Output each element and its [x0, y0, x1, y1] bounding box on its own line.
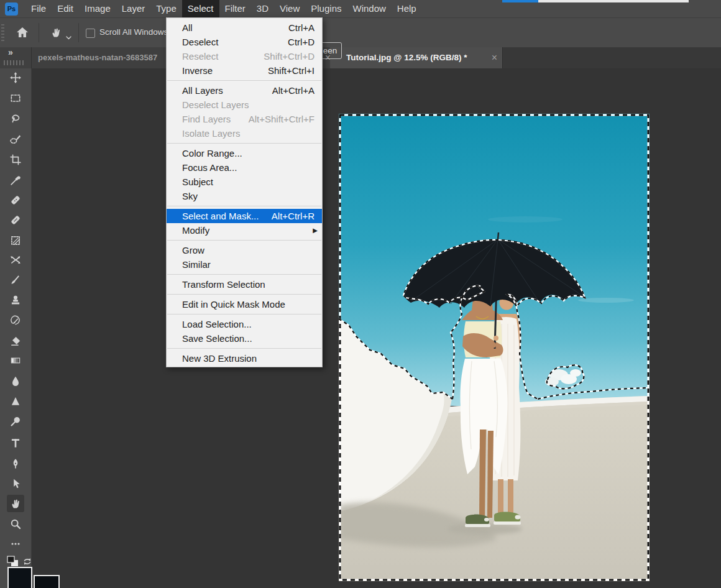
scroll-all-windows-checkbox[interactable] — [86, 29, 95, 38]
panel-grip[interactable] — [4, 60, 25, 65]
menu-plugins[interactable]: Plugins — [305, 0, 347, 17]
tools-panel — [0, 68, 32, 588]
menu-item-sky[interactable]: Sky — [167, 189, 322, 203]
dodge-tool[interactable] — [7, 413, 24, 430]
tab-tutorial-document[interactable]: Tutorial.jpg @ 12.5% (RGB/8) * × — [330, 47, 503, 68]
hand-tool[interactable] — [7, 495, 24, 512]
blur-tool[interactable] — [7, 372, 24, 390]
top-strip-light — [538, 0, 689, 2]
pen-tool[interactable] — [7, 455, 24, 472]
menu-filter[interactable]: Filter — [219, 0, 251, 17]
tools-panel-header[interactable]: » — [0, 47, 32, 68]
select-dropdown-menu: AllCtrl+A DeselectCtrl+D ReselectShift+C… — [166, 17, 323, 367]
menu-item-inverse[interactable]: InverseShift+Ctrl+I — [167, 63, 322, 78]
submenu-arrow-icon: ▶ — [313, 227, 318, 234]
scroll-all-windows-label: Scroll All Windows — [99, 27, 168, 37]
menu-item-color-range[interactable]: Color Range... — [167, 146, 322, 160]
brush-tool[interactable] — [7, 271, 24, 288]
menu-bar: Ps File Edit Image Layer Type Select Fil… — [0, 0, 721, 17]
menu-separator — [167, 80, 321, 81]
menu-separator — [167, 314, 321, 315]
menu-image[interactable]: Image — [79, 0, 116, 17]
menu-item-load-selection[interactable]: Load Selection... — [167, 317, 322, 331]
menu-item-similar[interactable]: Similar — [167, 257, 322, 272]
menu-select[interactable]: Select — [182, 0, 219, 17]
hand-tool-options-icon[interactable] — [50, 26, 63, 42]
menu-layer[interactable]: Layer — [116, 0, 151, 17]
menu-item-edit-in-quick-mask-mode[interactable]: Edit in Quick Mask Mode — [167, 297, 322, 311]
menu-type[interactable]: Type — [150, 0, 182, 17]
menu-item-reselect: ReselectShift+Ctrl+D — [167, 49, 322, 63]
sharpen-tool[interactable] — [7, 392, 24, 410]
history-brush-tool[interactable] — [7, 311, 24, 329]
object-selection-tool[interactable] — [7, 131, 24, 148]
menu-item-transform-selection[interactable]: Transform Selection — [167, 277, 322, 292]
type-tool[interactable] — [7, 434, 24, 452]
tab-label: Tutorial.jpg @ 12.5% (RGB/8) * — [346, 53, 467, 62]
options-separator — [78, 23, 79, 42]
menu-item-isolate-layers: Isolate Layers — [167, 126, 322, 140]
rectangular-marquee-tool[interactable] — [7, 90, 24, 107]
menu-item-deselect[interactable]: DeselectCtrl+D — [167, 35, 322, 49]
document-image[interactable] — [339, 114, 650, 581]
menu-separator — [167, 294, 321, 295]
path-selection-tool[interactable] — [7, 475, 24, 492]
close-icon[interactable]: × — [487, 52, 502, 63]
foreground-color-swatch[interactable] — [7, 567, 32, 588]
canvas-pasteboard[interactable] — [31, 68, 721, 588]
menu-view[interactable]: View — [274, 0, 305, 17]
home-icon[interactable] — [15, 25, 30, 42]
zoom-tool[interactable] — [7, 515, 24, 533]
options-separator — [39, 23, 39, 42]
gradient-tool[interactable] — [7, 352, 24, 369]
collapse-panel-icon[interactable]: » — [8, 47, 13, 57]
clone-stamp-tool[interactable] — [7, 292, 24, 309]
top-strip-blue — [502, 0, 538, 2]
lasso-tool[interactable] — [7, 110, 24, 127]
menu-separator — [167, 143, 321, 144]
menu-item-deselect-layers: Deselect Layers — [167, 98, 322, 112]
menu-separator — [167, 274, 321, 275]
menu-item-modify[interactable]: Modify▶ — [167, 223, 322, 237]
options-bar-grip[interactable] — [1, 24, 4, 41]
document-tab-bar: » pexels-matheus-natan-3683587 × Tutoria… — [0, 47, 721, 68]
spot-healing-brush-tool[interactable] — [7, 191, 24, 209]
menu-separator — [167, 240, 321, 241]
menu-help[interactable]: Help — [392, 0, 422, 17]
menu-window[interactable]: Window — [347, 0, 391, 17]
menu-item-save-selection[interactable]: Save Selection... — [167, 331, 322, 346]
healing-brush-tool[interactable] — [7, 211, 24, 229]
move-tool[interactable] — [7, 69, 24, 86]
menu-item-all[interactable]: AllCtrl+A — [167, 21, 322, 35]
menu-edit[interactable]: Edit — [52, 0, 79, 17]
menu-separator — [167, 206, 321, 206]
eraser-tool[interactable] — [7, 332, 24, 349]
menu-item-all-layers[interactable]: All LayersAlt+Ctrl+A — [167, 83, 322, 98]
eyedropper-tool[interactable] — [7, 172, 24, 189]
tab-label: pexels-matheus-natan-3683587 — [38, 53, 157, 62]
photoshop-window: Ps File Edit Image Layer Type Select Fil… — [0, 0, 721, 588]
photoshop-logo-icon[interactable]: Ps — [5, 2, 18, 16]
menu-item-subject[interactable]: Subject — [167, 175, 322, 189]
menu-item-grow[interactable]: Grow — [167, 243, 322, 257]
patch-tool[interactable] — [7, 232, 24, 249]
menu-item-focus-area[interactable]: Focus Area... — [167, 160, 322, 175]
options-bar: Scroll All Windows een — [0, 17, 721, 47]
edit-toolbar-ellipsis-icon[interactable] — [7, 535, 24, 553]
menu-item-new-3d-extrusion[interactable]: New 3D Extrusion — [167, 351, 322, 365]
content-aware-move-tool[interactable] — [7, 251, 24, 269]
crop-tool[interactable] — [7, 151, 24, 168]
menu-3d[interactable]: 3D — [251, 0, 274, 17]
menu-separator — [167, 348, 321, 349]
menu-item-find-layers: Find LayersAlt+Shift+Ctrl+F — [167, 112, 322, 126]
chevron-down-icon[interactable] — [66, 31, 71, 42]
background-color-swatch[interactable] — [34, 575, 60, 588]
menu-file[interactable]: File — [25, 0, 52, 17]
menu-item-select-and-mask[interactable]: Select and Mask...Alt+Ctrl+R — [167, 209, 322, 223]
